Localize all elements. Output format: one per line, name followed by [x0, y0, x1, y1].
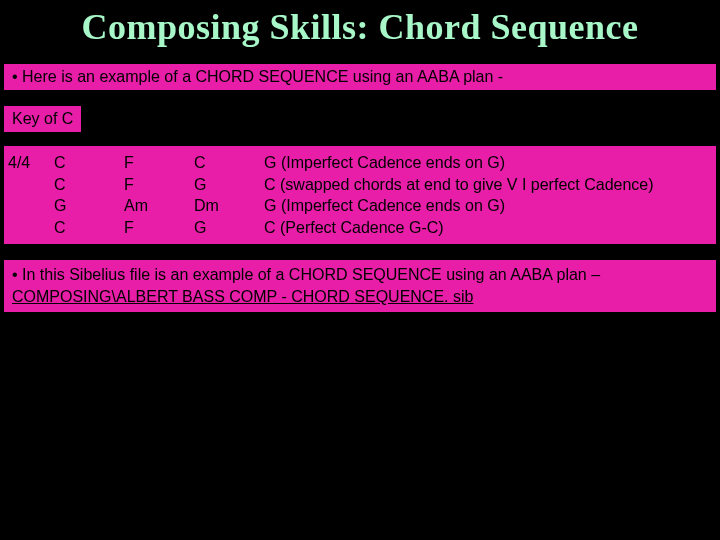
chord-cell: F — [124, 174, 194, 196]
chord-cell: C — [54, 174, 124, 196]
page-title: Composing Skills: Chord Sequence — [0, 0, 720, 58]
slide: Composing Skills: Chord Sequence • Here … — [0, 0, 720, 540]
chord-sequence-box: 4/4 C F C G (Imperfect Cadence ends on G… — [4, 146, 716, 244]
chord-cell: C — [54, 217, 124, 239]
chord-cell: G — [194, 217, 264, 239]
chord-annotation: G (Imperfect Cadence ends on G) — [264, 195, 712, 217]
chord-cell: G — [194, 174, 264, 196]
chord-cell: F — [124, 152, 194, 174]
chord-grid: 4/4 C F C G (Imperfect Cadence ends on G… — [8, 152, 712, 238]
chord-cell: Dm — [194, 195, 264, 217]
intro-bullet: • Here is an example of a CHORD SEQUENCE… — [4, 64, 716, 90]
sibelius-text: In this Sibelius file is an example of a… — [22, 266, 600, 283]
sibelius-bullet: • In this Sibelius file is an example of… — [4, 260, 716, 311]
chord-cell: C — [54, 152, 124, 174]
bullet-marker: • — [12, 266, 22, 283]
sibelius-file-link[interactable]: COMPOSING\ALBERT BASS COMP - CHORD SEQUE… — [12, 288, 473, 305]
chord-annotation: G (Imperfect Cadence ends on G) — [264, 152, 712, 174]
intro-text: Here is an example of a CHORD SEQUENCE u… — [22, 68, 503, 85]
chord-cell: F — [124, 217, 194, 239]
chord-cell: G — [54, 195, 124, 217]
chord-cell: C — [194, 152, 264, 174]
time-signature: 4/4 — [8, 152, 54, 174]
chord-cell: Am — [124, 195, 194, 217]
key-label: Key of C — [4, 106, 81, 132]
chord-annotation: C (swapped chords at end to give V I per… — [264, 174, 712, 196]
chord-annotation: C (Perfect Cadence G-C) — [264, 217, 712, 239]
bullet-marker: • — [12, 68, 22, 85]
